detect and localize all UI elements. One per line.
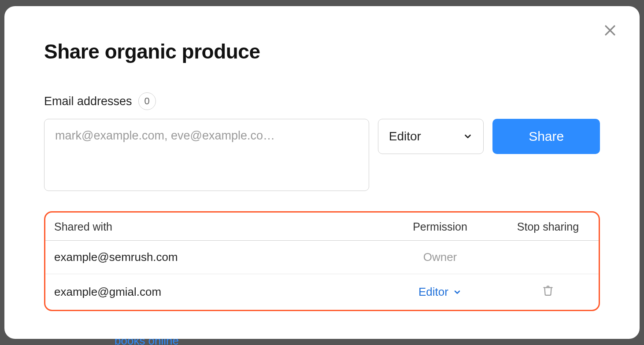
permission-dropdown[interactable]: Editor (418, 285, 462, 299)
email-input[interactable] (44, 119, 369, 191)
cell-permission: Editor (383, 274, 497, 310)
header-permission: Permission (383, 213, 497, 241)
shared-with-box: Shared with Permission Stop sharing exam… (44, 211, 600, 311)
share-button[interactable]: Share (492, 119, 600, 154)
trash-icon (542, 284, 554, 297)
modal-title: Share organic produce (44, 40, 600, 63)
table-header-row: Shared with Permission Stop sharing (45, 213, 599, 241)
table-body: example@semrush.comOwnerexample@gmial.co… (45, 241, 599, 310)
permission-dropdown-label: Editor (418, 285, 448, 299)
table-row: example@gmial.comEditor (45, 274, 599, 310)
cell-stop-sharing (497, 274, 599, 310)
email-label-row: Email addresses 0 (44, 92, 600, 110)
header-shared-with: Shared with (45, 213, 383, 241)
cell-stop-sharing (497, 241, 599, 274)
table-row: example@semrush.comOwner (45, 241, 599, 274)
header-stop-sharing: Stop sharing (497, 213, 599, 241)
role-select[interactable]: Editor (378, 119, 484, 154)
delete-share-button[interactable] (542, 284, 554, 297)
chevron-down-icon (463, 132, 473, 141)
cell-email: example@gmial.com (45, 274, 383, 310)
shared-with-table: Shared with Permission Stop sharing exam… (45, 213, 599, 310)
cell-email: example@semrush.com (45, 241, 383, 274)
close-icon (603, 23, 618, 38)
close-button[interactable] (602, 22, 618, 39)
email-count-badge: 0 (138, 92, 156, 110)
role-select-value: Editor (389, 129, 421, 143)
permission-owner-label: Owner (423, 250, 457, 264)
email-addresses-label: Email addresses (44, 95, 132, 108)
cell-permission: Owner (383, 241, 497, 274)
share-modal: Share organic produce Email addresses 0 … (4, 6, 640, 339)
input-row: Editor Share (44, 119, 600, 191)
chevron-down-icon (453, 288, 462, 297)
